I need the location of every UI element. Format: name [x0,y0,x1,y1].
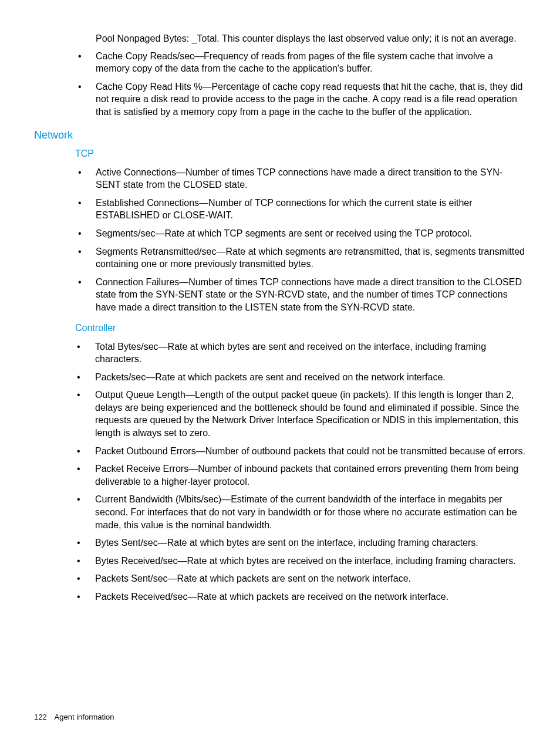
list-item: Established Connections—Number of TCP co… [34,197,526,222]
list-item: Packet Outbound Errors—Number of outboun… [34,445,526,458]
list-item: Packets Sent/sec—Rate at which packets a… [34,572,526,585]
list-item: Packet Receive Errors—Number of inbound … [34,463,526,488]
list-item: Total Bytes/sec—Rate at which bytes are … [34,340,526,366]
list-item: Current Bandwidth (Mbits/sec)—Estimate o… [34,493,526,531]
intro-paragraph: Pool Nonpaged Bytes: _Total. This counte… [96,32,526,45]
list-item: Connection Failures—Number of times TCP … [34,276,526,314]
heading-controller: Controller [75,323,526,333]
list-item: Cache Copy Reads/sec—Frequency of reads … [34,50,526,75]
document-page: Pool Nonpaged Bytes: _Total. This counte… [0,0,560,746]
list-item: Cache Copy Read Hits %—Percentage of cac… [34,80,526,119]
heading-network: Network [34,129,526,141]
page-number: 122 [34,713,47,721]
top-bullet-list: Cache Copy Reads/sec—Frequency of reads … [34,50,526,119]
list-item: Packets/sec—Rate at which packets are se… [34,371,526,384]
list-item: Active Connections—Number of times TCP c… [34,166,526,191]
list-item: Packets Received/sec—Rate at which packe… [34,590,526,603]
footer-title: Agent information [55,713,114,721]
list-item: Output Queue Length—Length of the output… [34,389,526,439]
list-item: Segments/sec—Rate at which TCP segments … [34,227,526,240]
controller-bullet-list: Total Bytes/sec—Rate at which bytes are … [34,340,526,603]
page-footer: 122 Agent information [34,713,114,721]
list-item: Segments Retransmitted/sec—Rate at which… [34,245,526,271]
list-item: Bytes Received/sec—Rate at which bytes a… [34,555,526,568]
tcp-bullet-list: Active Connections—Number of times TCP c… [34,166,526,314]
heading-tcp: TCP [75,148,526,159]
list-item: Bytes Sent/sec—Rate at which bytes are s… [34,536,526,549]
